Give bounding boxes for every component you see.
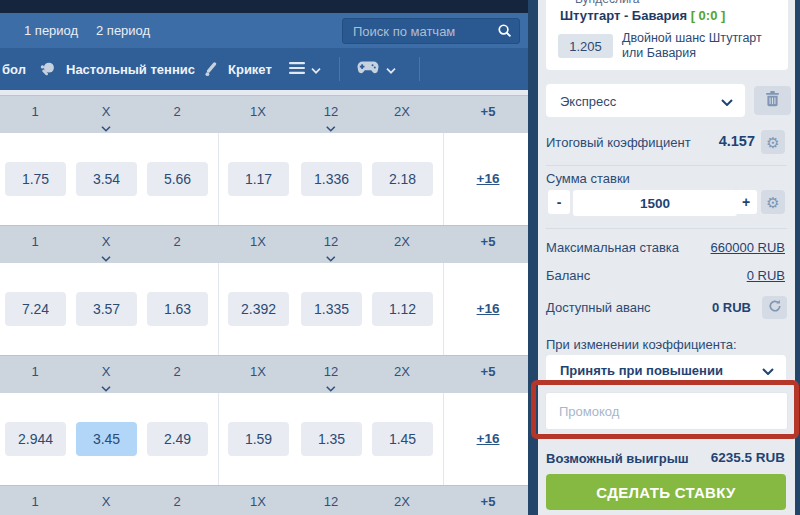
column-header-label: 12 bbox=[324, 234, 338, 249]
column-header-X[interactable]: X bbox=[101, 495, 111, 515]
odds-cell[interactable]: 2.18 bbox=[372, 162, 433, 196]
column-header-12[interactable]: 12 bbox=[324, 105, 338, 134]
divider bbox=[218, 393, 219, 485]
column-header-label: 1 bbox=[31, 364, 38, 379]
column-header-12[interactable]: 12 bbox=[324, 235, 338, 264]
odds-table: 1X21X122X+51.753.545.661.171.3362.18+161… bbox=[0, 90, 528, 515]
place-bet-button[interactable]: СДЕЛАТЬ СТАВКУ bbox=[546, 474, 786, 510]
promo-code-input[interactable] bbox=[545, 392, 788, 430]
sport-tab-cricket[interactable]: Крикет bbox=[228, 48, 272, 90]
odds-cell[interactable]: 3.57 bbox=[76, 292, 137, 326]
column-header-+5[interactable]: +5 bbox=[481, 105, 496, 118]
period-tabs-bar: 1 период 2 период bbox=[0, 13, 528, 48]
balance-label: Баланс bbox=[546, 268, 590, 283]
sport-label: Настольный теннис bbox=[66, 62, 195, 77]
column-header-12[interactable]: 12 bbox=[324, 365, 338, 394]
odds-cell[interactable]: 1.59 bbox=[228, 422, 289, 456]
column-header-+5[interactable]: +5 bbox=[481, 235, 496, 248]
odds-cell[interactable]: 1.75 bbox=[5, 162, 66, 196]
odds-header-row: 1X21X122X+5 bbox=[0, 355, 528, 393]
search-box[interactable] bbox=[342, 18, 520, 44]
column-header-label: +5 bbox=[481, 104, 496, 119]
odds-cell[interactable]: 1.336 bbox=[301, 162, 362, 196]
stake-increase-button[interactable]: + bbox=[735, 190, 757, 214]
column-header-label: 1 bbox=[31, 494, 38, 509]
column-header-2X: 2X bbox=[394, 495, 410, 508]
column-header-1: 1 bbox=[31, 105, 38, 118]
column-header-1X: 1X bbox=[250, 365, 266, 378]
stake-input[interactable] bbox=[573, 190, 737, 216]
table-tennis-icon[interactable] bbox=[40, 48, 55, 90]
column-header-+5[interactable]: +5 bbox=[481, 365, 496, 378]
column-header-label: X bbox=[102, 234, 111, 249]
match-teams: Штутгарт - Бавария bbox=[560, 8, 687, 23]
bet-odd-chip[interactable]: 1.205 bbox=[558, 34, 613, 58]
delete-bet-button[interactable] bbox=[754, 86, 791, 115]
odds-cell-selected[interactable]: 3.45 bbox=[76, 422, 137, 456]
odds-cell[interactable]: 2.49 bbox=[147, 422, 208, 456]
more-sports-menu[interactable] bbox=[289, 48, 321, 90]
refresh-advance-button[interactable] bbox=[762, 296, 787, 319]
column-header-2X: 2X bbox=[394, 235, 410, 248]
column-header-X[interactable]: X bbox=[101, 365, 111, 394]
column-header-X[interactable]: X bbox=[101, 235, 111, 264]
coef-settings-button[interactable]: ⚙ bbox=[761, 130, 785, 154]
more-odds-link[interactable]: +16 bbox=[477, 171, 500, 186]
column-header-label: 1X bbox=[250, 494, 266, 509]
odds-cell[interactable]: 7.24 bbox=[5, 292, 66, 326]
top-dark-strip bbox=[0, 0, 528, 13]
sport-tab-table-tennis[interactable]: Настольный теннис bbox=[66, 48, 195, 90]
gear-icon: ⚙ bbox=[766, 135, 779, 150]
column-header-label: 12 bbox=[324, 494, 338, 509]
chevron-down-icon bbox=[721, 92, 733, 110]
coef-change-label: При изменении коэффициента: bbox=[546, 337, 737, 352]
odds-cell[interactable]: 5.66 bbox=[147, 162, 208, 196]
column-header-label: +5 bbox=[481, 234, 496, 249]
more-odds-link[interactable]: +16 bbox=[477, 431, 500, 446]
odds-cell[interactable]: 3.54 bbox=[76, 162, 137, 196]
divider bbox=[546, 228, 787, 229]
column-header-2: 2 bbox=[173, 495, 180, 508]
stake-decrease-button[interactable]: - bbox=[548, 190, 570, 214]
column-header-1: 1 bbox=[31, 495, 38, 508]
stake-settings-button[interactable]: ⚙ bbox=[761, 190, 785, 214]
tab-period-2[interactable]: 2 период bbox=[96, 23, 150, 38]
odds-cell[interactable]: 1.12 bbox=[372, 292, 433, 326]
search-input[interactable] bbox=[343, 19, 501, 43]
bet-description: Двойной шанс Штутгарт или Бавария bbox=[622, 31, 782, 61]
column-header-12[interactable]: 12 bbox=[324, 495, 338, 515]
odds-row: 7.243.571.632.3921.3351.12+16 bbox=[0, 263, 528, 355]
column-header-label: +5 bbox=[481, 364, 496, 379]
odds-cell[interactable]: 2.944 bbox=[5, 422, 66, 456]
cricket-icon[interactable] bbox=[204, 48, 219, 90]
column-header-2: 2 bbox=[173, 235, 180, 248]
search-icon[interactable] bbox=[497, 23, 512, 42]
max-bet-value[interactable]: 660000 RUB bbox=[711, 240, 785, 255]
divider bbox=[218, 133, 219, 225]
column-header-label: 2 bbox=[173, 234, 180, 249]
bet-type-value: Экспресс bbox=[560, 93, 616, 108]
more-odds-link[interactable]: +16 bbox=[477, 301, 500, 316]
tab-period-1[interactable]: 1 период bbox=[24, 23, 78, 38]
balance-value[interactable]: 0 RUB bbox=[747, 268, 785, 283]
odds-cell[interactable]: 1.17 bbox=[228, 162, 289, 196]
bet-type-dropdown[interactable]: Экспресс bbox=[546, 84, 745, 117]
league-name: Бундеслига bbox=[575, 0, 639, 6]
odds-cell[interactable]: 1.335 bbox=[301, 292, 362, 326]
total-coef-label: Итоговый коэффициент bbox=[546, 135, 691, 150]
coef-change-dropdown[interactable]: Принять при повышении bbox=[546, 355, 786, 385]
column-header-label: 2 bbox=[173, 494, 180, 509]
odds-cell[interactable]: 1.45 bbox=[372, 422, 433, 456]
odds-cell[interactable]: 2.392 bbox=[228, 292, 289, 326]
column-header-label: 2X bbox=[394, 104, 410, 119]
column-header-2X: 2X bbox=[394, 365, 410, 378]
column-header-X[interactable]: X bbox=[101, 105, 111, 134]
column-header-+5[interactable]: +5 bbox=[481, 495, 496, 508]
sport-tab-football[interactable]: бол bbox=[2, 48, 26, 90]
odds-cell[interactable]: 1.63 bbox=[147, 292, 208, 326]
column-header-label: 1 bbox=[31, 104, 38, 119]
odds-cell[interactable]: 1.35 bbox=[301, 422, 362, 456]
column-header-1X: 1X bbox=[250, 235, 266, 248]
gamepad-icon bbox=[357, 61, 379, 78]
games-menu[interactable] bbox=[357, 48, 396, 90]
